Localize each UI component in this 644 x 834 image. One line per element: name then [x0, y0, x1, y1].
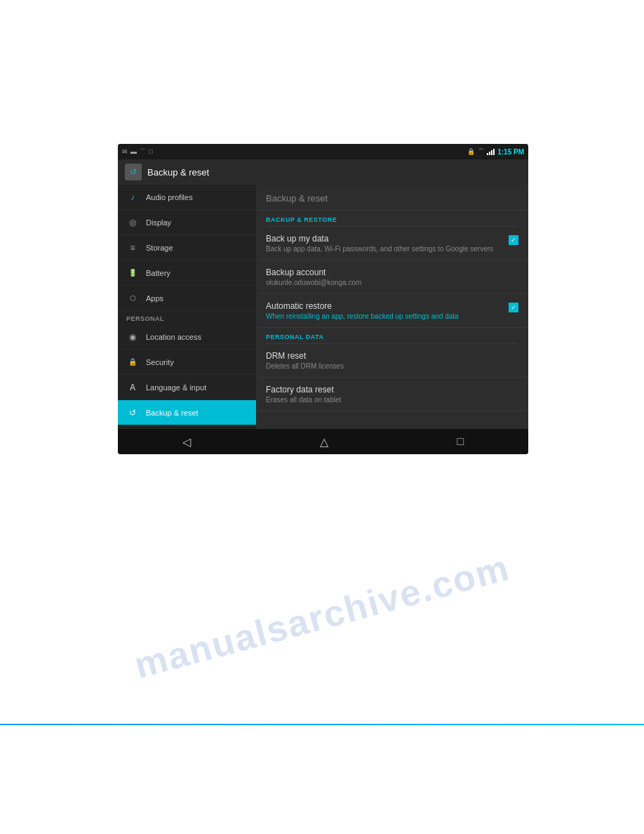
back-up-my-data-checkbox[interactable]: [509, 235, 518, 245]
home-button[interactable]: △: [306, 432, 342, 451]
sidebar-item-audio-profiles[interactable]: ♪ Audio profiles: [118, 185, 256, 210]
personal-data-label: PERSONAL DATA: [256, 328, 528, 343]
status-bar: ✉ ▬ ⌒ □ 🔒 ⌒ 1:15 PM: [118, 144, 528, 159]
back-up-my-data-item[interactable]: Back up my data Back up app data, Wi-Fi …: [256, 227, 528, 260]
header-title: Backup & reset: [147, 167, 209, 178]
sidebar-item-label: Apps: [146, 294, 163, 303]
wifi-icon: ⌒: [140, 147, 146, 157]
screenshot-icon: □: [149, 148, 152, 155]
language-icon: A: [126, 381, 139, 394]
backup-account-subtitle: olukunle.oduwobi@konga.com: [266, 279, 518, 286]
sidebar-item-security[interactable]: 🔒 Security: [118, 350, 256, 375]
bar2: [489, 152, 490, 155]
nav-bar: ◁ △ □: [118, 429, 528, 454]
sidebar-item-apps[interactable]: ⬡ Apps: [118, 286, 256, 311]
lock-icon: 🔒: [467, 148, 475, 155]
sidebar-item-label: Display: [146, 218, 171, 227]
sidebar-item-label: Location access: [146, 333, 201, 341]
status-bar-left: ✉ ▬ ⌒ □: [122, 147, 152, 157]
bar3: [491, 150, 492, 155]
factory-data-reset-item[interactable]: Factory data reset Erases all data on ta…: [256, 378, 528, 411]
automatic-restore-text: Automatic restore When reinstalling an a…: [266, 301, 509, 320]
automatic-restore-item[interactable]: Automatic restore When reinstalling an a…: [256, 294, 528, 328]
factory-data-reset-subtitle: Erases all data on tablet: [266, 396, 518, 404]
security-icon: 🔒: [126, 356, 139, 369]
time-display: 1:15 PM: [497, 148, 524, 156]
back-button[interactable]: ◁: [168, 432, 205, 451]
back-up-my-data-text: Back up my data Back up app data, Wi-Fi …: [266, 234, 509, 253]
back-up-my-data-title: Back up my data: [266, 234, 509, 244]
apps-icon: ⬡: [126, 292, 139, 305]
backup-account-title: Backup account: [266, 267, 518, 277]
backup-restore-label: BACKUP & RESTORE: [256, 211, 528, 226]
sidebar-item-storage[interactable]: ≡ Storage: [118, 235, 256, 260]
sidebar-item-backup-reset[interactable]: ↺ Backup & reset: [118, 400, 256, 425]
content-header: Backup & reset: [256, 185, 528, 211]
backup-account-item[interactable]: Backup account olukunle.oduwobi@konga.co…: [256, 260, 528, 294]
sidebar-item-label: Backup & reset: [146, 409, 199, 417]
sidebar-item-battery[interactable]: 🔋 Battery: [118, 260, 256, 286]
signal-icon: ▬: [130, 148, 137, 155]
audio-profiles-icon: ♪: [126, 191, 139, 204]
personal-section-label: PERSONAL: [118, 311, 256, 324]
back-up-my-data-subtitle: Back up app data, Wi-Fi passwords, and o…: [266, 245, 509, 253]
backup-icon: ↺: [126, 406, 139, 419]
recents-button[interactable]: □: [443, 432, 478, 451]
sidebar-item-display[interactable]: ◎ Display: [118, 210, 256, 235]
display-icon: ◎: [126, 216, 139, 229]
bar1: [487, 153, 488, 155]
sidebar-item-label: Storage: [146, 244, 173, 252]
automatic-restore-subtitle: When reinstalling an app, restore backed…: [266, 312, 509, 320]
sidebar-item-label: Security: [146, 358, 174, 366]
header-bar: ↺ Backup & reset: [118, 159, 528, 185]
content-panel: Backup & reset BACKUP & RESTORE Back up …: [256, 185, 528, 429]
header-app-icon: ↺: [125, 164, 142, 180]
status-bar-right: 🔒 ⌒ 1:15 PM: [467, 147, 524, 157]
bar4: [493, 149, 495, 155]
sidebar-item-location-access[interactable]: ◉ Location access: [118, 324, 256, 350]
signal-bars: [487, 148, 495, 155]
watermark: manualsarchive.com: [130, 546, 514, 687]
location-icon: ◉: [126, 331, 139, 343]
wifi-status-icon: ⌒: [478, 147, 484, 157]
device-container: ✉ ▬ ⌒ □ 🔒 ⌒ 1:15 PM ↺ Ba: [118, 144, 528, 454]
sidebar-item-label: Battery: [146, 269, 170, 277]
envelope-icon: ✉: [122, 148, 128, 155]
drm-reset-title: DRM reset: [266, 351, 518, 361]
drm-reset-text: DRM reset Deletes all DRM licenses: [266, 351, 518, 370]
bottom-line: [0, 724, 644, 725]
main-content: ♪ Audio profiles ◎ Display ≡ Storage: [118, 185, 528, 429]
sidebar-item-label: Audio profiles: [146, 193, 193, 201]
sidebar: ♪ Audio profiles ◎ Display ≡ Storage: [118, 185, 256, 429]
drm-reset-item[interactable]: DRM reset Deletes all DRM licenses: [256, 344, 528, 378]
backup-account-text: Backup account olukunle.oduwobi@konga.co…: [266, 267, 518, 286]
sidebar-item-label: Language & input: [146, 383, 206, 392]
battery-icon: 🔋: [126, 267, 139, 279]
automatic-restore-checkbox[interactable]: [509, 303, 518, 312]
storage-icon: ≡: [126, 241, 139, 254]
factory-data-reset-text: Factory data reset Erases all data on ta…: [266, 385, 518, 404]
automatic-restore-title: Automatic restore: [266, 301, 509, 311]
factory-data-reset-title: Factory data reset: [266, 385, 518, 395]
page-wrapper: ✉ ▬ ⌒ □ 🔒 ⌒ 1:15 PM ↺ Ba: [0, 0, 644, 834]
drm-reset-subtitle: Deletes all DRM licenses: [266, 362, 518, 370]
sidebar-item-language-input[interactable]: A Language & input: [118, 375, 256, 400]
content-header-title: Backup & reset: [266, 193, 328, 204]
